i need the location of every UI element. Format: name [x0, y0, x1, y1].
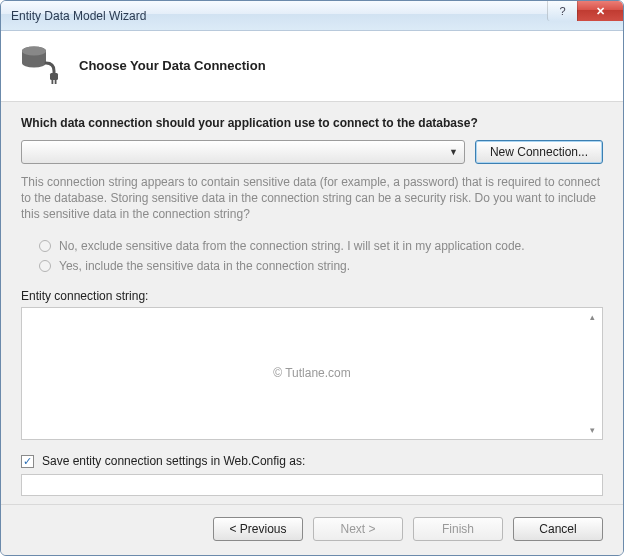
radio-include-sensitive: Yes, include the sensitive data in the c… [39, 259, 603, 273]
entity-connection-string-textarea[interactable]: ▴ © Tutlane.com ▾ [21, 307, 603, 440]
cancel-label: Cancel [539, 522, 576, 536]
header-title: Choose Your Data Connection [79, 58, 266, 73]
svg-point-1 [22, 47, 46, 56]
database-plug-icon [19, 45, 63, 85]
sensitive-data-info: This connection string appears to contai… [21, 174, 603, 223]
connection-prompt: Which data connection should your applic… [21, 116, 603, 130]
chevron-down-icon: ▼ [449, 147, 458, 157]
scroll-down-icon[interactable]: ▾ [585, 423, 599, 437]
cancel-button[interactable]: Cancel [513, 517, 603, 541]
previous-label: < Previous [229, 522, 286, 536]
help-icon: ? [559, 5, 565, 17]
next-button: Next > [313, 517, 403, 541]
connection-dropdown[interactable]: ▼ [21, 140, 465, 164]
wizard-header: Choose Your Data Connection [1, 31, 623, 102]
previous-button[interactable]: < Previous [213, 517, 303, 541]
radio-exclude-sensitive: No, exclude sensitive data from the conn… [39, 239, 603, 253]
watermark-text: © Tutlane.com [273, 366, 351, 380]
wizard-window: Entity Data Model Wizard ? ✕ Choose Your… [0, 0, 624, 556]
checkmark-icon: ✓ [23, 455, 32, 468]
finish-label: Finish [442, 522, 474, 536]
scroll-up-icon[interactable]: ▴ [585, 310, 599, 324]
titlebar: Entity Data Model Wizard ? ✕ [1, 1, 623, 31]
entity-string-label: Entity connection string: [21, 289, 603, 303]
radio-exclude-label: No, exclude sensitive data from the conn… [59, 239, 525, 253]
wizard-footer: < Previous Next > Finish Cancel [1, 504, 623, 555]
new-connection-button[interactable]: New Connection... [475, 140, 603, 164]
svg-rect-3 [52, 80, 54, 84]
wizard-body: Which data connection should your applic… [1, 102, 623, 504]
sensitive-data-radio-group: No, exclude sensitive data from the conn… [39, 233, 603, 279]
svg-rect-2 [50, 73, 58, 80]
close-icon: ✕ [596, 5, 605, 18]
save-settings-checkbox[interactable]: ✓ [21, 455, 34, 468]
window-title: Entity Data Model Wizard [11, 9, 547, 23]
save-settings-label: Save entity connection settings in Web.C… [42, 454, 305, 468]
finish-button: Finish [413, 517, 503, 541]
new-connection-label: New Connection... [490, 145, 588, 159]
radio-icon [39, 260, 51, 272]
connection-row: ▼ New Connection... [21, 140, 603, 164]
next-label: Next > [340, 522, 375, 536]
radio-icon [39, 240, 51, 252]
close-button[interactable]: ✕ [577, 1, 623, 21]
save-settings-row: ✓ Save entity connection settings in Web… [21, 454, 603, 468]
save-as-name-input[interactable] [21, 474, 603, 496]
titlebar-controls: ? ✕ [547, 1, 623, 30]
radio-include-label: Yes, include the sensitive data in the c… [59, 259, 350, 273]
help-button[interactable]: ? [547, 1, 577, 21]
svg-rect-4 [55, 80, 57, 84]
